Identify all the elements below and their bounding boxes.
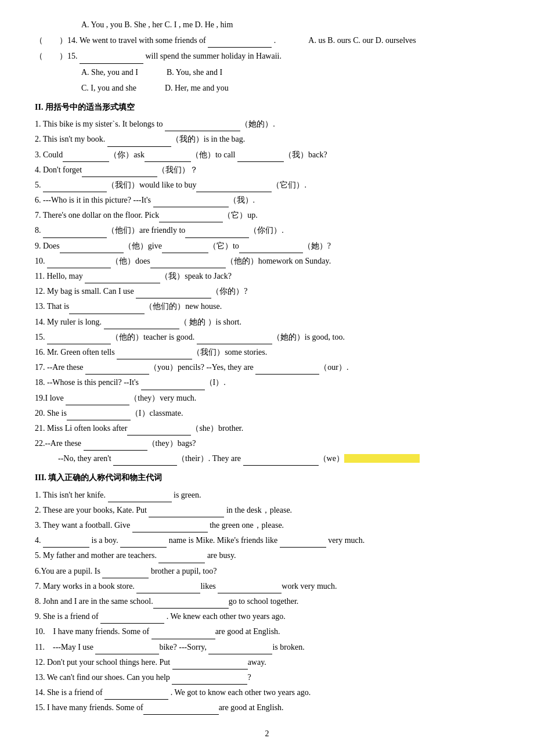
q15-optAB: A. She, you and I B. You, she and I <box>81 65 499 80</box>
ii-q2-blank <box>107 138 171 147</box>
ii-q11: 11. Hello, may （我）speak to Jack? <box>35 269 499 283</box>
ii-q15: 15. （他的）teacher is good. （她的）is good, to… <box>35 330 499 344</box>
iii-q13-blank <box>172 675 247 685</box>
ii-q22b-b2 <box>243 456 319 466</box>
ii-q16-blank <box>117 350 192 359</box>
iii-q3: 3. They want a football. Give the green … <box>35 518 499 532</box>
ii-q19: 19.I love （they）very much. <box>35 391 499 405</box>
iii-q1: 1. This isn't her knife. is green. <box>35 488 499 502</box>
ii-q3-b1 <box>63 153 109 162</box>
ii-q21-blank <box>127 426 191 435</box>
ii-q17-b1 <box>85 365 149 375</box>
ii-q5-b2 <box>196 183 272 192</box>
iii-q15: 15. I have many friends. Some ofare good… <box>35 700 499 715</box>
iii-q4-b3 <box>280 538 326 548</box>
ii-q8-b1 <box>43 229 107 238</box>
ii-q9: 9. Does（他）give（它）to（她）? <box>35 239 499 253</box>
iii-q6-blank <box>102 569 149 578</box>
ii-q4: 4. Don't forget（我们）？ <box>35 163 499 177</box>
iii-q12: 12. Don't put your school things here. P… <box>35 655 499 669</box>
ii-q20-blank <box>67 411 131 420</box>
ii-q9-b2 <box>162 244 208 253</box>
ii-q11-blank <box>85 274 160 283</box>
ii-q6: 6. ---Who is it in this picture? ---It's… <box>35 193 499 207</box>
iii-q7: 7. Mary works in a book store. likes wor… <box>35 579 499 593</box>
ii-q4-blank <box>82 168 157 177</box>
ii-q3: 3. Could（你）ask（他）to call （我）back? <box>35 147 499 162</box>
ii-q14: 14. My ruler is long. （ 她的 ）is short. <box>35 315 499 329</box>
iii-q10-blank <box>151 630 215 639</box>
ii-q17-b2 <box>255 365 319 375</box>
ii-q15-b1 <box>47 335 111 344</box>
iii-q15-blank <box>143 705 219 715</box>
iii-q7-b2 <box>218 584 282 593</box>
ii-q1-blank <box>165 122 240 131</box>
question-15: （ ）15. will spend the summer holiday in … <box>35 49 499 63</box>
iii-q11-b1 <box>95 645 159 654</box>
ii-q18: 18. --Whose is this pencil? --It's （I）. <box>35 375 499 390</box>
iii-q9-blank <box>100 614 164 624</box>
iii-q7-b1 <box>136 584 200 593</box>
iii-q14-blank <box>104 690 168 700</box>
iii-q2: 2. These are your books, Kate. Put in th… <box>35 503 499 517</box>
q14-blank <box>208 38 272 48</box>
iii-q8-blank <box>153 599 229 609</box>
iii-q6: 6.You are a pupil. Is brother a pupil, t… <box>35 564 499 578</box>
ii-q22b-b1 <box>113 456 177 466</box>
ii-q8-b2 <box>185 229 249 238</box>
ii-q13-blank <box>69 305 145 314</box>
iii-q1-blank <box>108 493 172 502</box>
ii-q3-b2 <box>145 153 191 162</box>
ii-q22: 22.--Are these （they）bags? <box>35 436 499 451</box>
ii-q17: 17. --Are these （you）pencils? --Yes, the… <box>35 360 499 375</box>
ii-q16: 16. Mr. Green often tells （我们）some stori… <box>35 345 499 359</box>
iii-q5: 5. My father and mother are teachers. ar… <box>35 548 499 563</box>
ii-q3-b3 <box>237 153 284 162</box>
ii-q7: 7. There's one dollar on the floor. Pick… <box>35 208 499 222</box>
iii-q4: 4. is a boy. name is Mike. Mike's friend… <box>35 533 499 548</box>
ii-q22-blank <box>84 441 147 451</box>
ii-q21: 21. Miss Li often looks after（she）brothe… <box>35 421 499 435</box>
iii-q2-blank <box>149 508 224 517</box>
section-iii-header: III. 填入正确的人称代词和物主代词 <box>35 470 499 485</box>
ii-q7-blank <box>159 213 223 222</box>
iii-q4-b1 <box>43 538 89 548</box>
iii-q10: 10. I have many friends. Some of are goo… <box>35 624 499 639</box>
ii-q9-b3 <box>239 244 303 253</box>
ii-q10-b1 <box>47 259 111 268</box>
iii-q13: 13. We can't find our shoes. Can you hel… <box>35 670 499 685</box>
iii-q3-blank <box>132 523 208 532</box>
ii-q14-blank <box>104 320 179 329</box>
q15-blank <box>80 55 143 64</box>
ii-q10-b2 <box>150 259 226 268</box>
ii-q2: 2. This isn't my book. （我的）is in the bag… <box>35 132 499 146</box>
ii-q22b-highlight <box>344 454 420 463</box>
ii-q5-b1 <box>43 183 107 192</box>
iii-q8: 8. John and I are in the same school.go … <box>35 594 499 609</box>
iii-q5-blank <box>158 554 205 563</box>
ii-q9-b1 <box>60 244 124 253</box>
ii-q10: 10. （他）does（他的）homework on Sunday. <box>35 254 499 268</box>
ii-q22b: --No, they aren't （their）. They are （we） <box>58 451 499 466</box>
iii-q4-b2 <box>120 538 167 548</box>
question-14: （ ）14. We went to travel with some frien… <box>35 33 499 48</box>
ii-q1: 1. This bike is my sister`s. It belongs … <box>35 117 499 131</box>
options-abc-line: A. You , you B. She , her C. I , me D. H… <box>81 17 499 32</box>
ii-q12-blank <box>136 289 211 298</box>
page-number: 2 <box>35 726 499 741</box>
ii-q5: 5. （我们）would like to buy（它们）. <box>35 178 499 192</box>
section-ii-header: II. 用括号中的适当形式填空 <box>35 100 499 114</box>
iii-q9: 9. She is a friend of . We knew each oth… <box>35 609 499 624</box>
iii-q14: 14. She is a friend of . We got to know … <box>35 685 499 700</box>
iii-q11: 11. ---May I use bike? ---Sorry, is brok… <box>35 640 499 654</box>
ii-q6-blank <box>153 198 229 207</box>
ii-q8: 8. （他们）are friendly to（你们）. <box>35 223 499 237</box>
ii-q18-blank <box>141 381 205 390</box>
ii-q13: 13. That is（他们的）new house. <box>35 299 499 314</box>
ii-q15-b2 <box>197 335 272 344</box>
ii-q20: 20. She is（I）classmate. <box>35 406 499 420</box>
q15-optCD: C. I, you and she D. Her, me and you <box>81 81 499 95</box>
ii-q19-blank <box>66 396 129 405</box>
iii-q12-blank <box>172 660 248 669</box>
iii-q11-b2 <box>208 645 272 654</box>
